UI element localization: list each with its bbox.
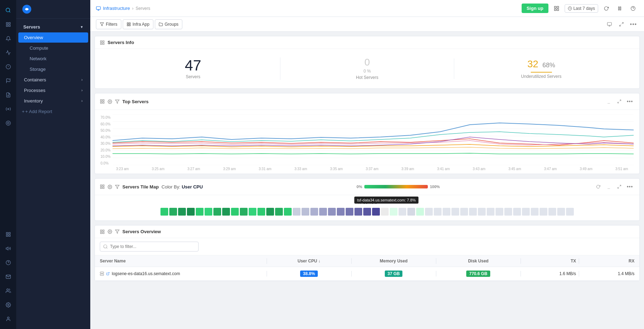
- flag-icon[interactable]: [1, 74, 15, 87]
- server-tile[interactable]: [213, 208, 221, 216]
- server-tile[interactable]: [390, 208, 397, 216]
- time-range-picker[interactable]: Last 7 days: [565, 4, 598, 13]
- server-tile[interactable]: [522, 208, 530, 216]
- server-tile[interactable]: [566, 208, 574, 216]
- external-link-icon[interactable]: [106, 272, 110, 275]
- breadcrumb-link[interactable]: Infrastructure: [103, 6, 130, 11]
- help-icon[interactable]: [1, 256, 15, 269]
- server-tile[interactable]: [328, 208, 336, 216]
- settings-small-icon[interactable]: [108, 99, 112, 104]
- filter-small-icon[interactable]: [115, 229, 120, 234]
- sidebar-item-network[interactable]: Network: [18, 54, 88, 64]
- server-tile[interactable]: [381, 208, 389, 216]
- sidebar-section-servers[interactable]: Servers ▾: [18, 22, 88, 32]
- more-panel-icon[interactable]: •••: [625, 97, 634, 106]
- monitor-icon[interactable]: [1, 116, 15, 130]
- server-tile[interactable]: [187, 208, 195, 216]
- server-tile[interactable]: [337, 208, 345, 216]
- expand-panel-icon[interactable]: [615, 97, 624, 106]
- pause-icon[interactable]: [614, 3, 625, 14]
- server-tile[interactable]: [399, 208, 406, 216]
- server-tile[interactable]: [231, 208, 239, 216]
- sidebar-item-containers[interactable]: Containers ›: [18, 75, 88, 85]
- server-tile[interactable]: [496, 208, 503, 216]
- sidebar-item-overview[interactable]: Overview: [18, 32, 88, 43]
- server-tile[interactable]: [407, 208, 415, 216]
- server-tile[interactable]: [205, 208, 212, 216]
- infra-app-button[interactable]: Infra App: [123, 19, 153, 29]
- refresh-icon[interactable]: [594, 182, 603, 191]
- server-tile[interactable]: [354, 208, 362, 216]
- groups-button[interactable]: Groups: [155, 19, 182, 29]
- filter-small-icon[interactable]: [115, 185, 120, 189]
- server-tile[interactable]: [548, 208, 556, 216]
- panel-icon[interactable]: [604, 19, 614, 29]
- dashboard-icon[interactable]: [1, 18, 15, 31]
- server-tile[interactable]: [460, 208, 468, 216]
- help-icon[interactable]: [628, 3, 638, 14]
- server-tile[interactable]: [346, 208, 353, 216]
- apps-grid-icon[interactable]: [551, 3, 562, 14]
- more-options-icon[interactable]: •••: [628, 19, 638, 29]
- mail-icon[interactable]: [1, 270, 15, 283]
- server-tile[interactable]: [284, 208, 292, 216]
- server-tile[interactable]: [504, 208, 512, 216]
- server-tile[interactable]: [178, 208, 186, 216]
- server-tile[interactable]: [169, 208, 177, 216]
- announce-icon[interactable]: [1, 242, 15, 255]
- server-tile[interactable]: [160, 208, 168, 216]
- settings-icon[interactable]: [1, 298, 15, 311]
- server-tile[interactable]: [443, 208, 450, 216]
- team-icon[interactable]: [1, 284, 15, 297]
- server-tile[interactable]: [275, 208, 283, 216]
- server-tile[interactable]: [240, 208, 248, 216]
- server-tile[interactable]: [302, 208, 309, 216]
- refresh-icon[interactable]: [601, 3, 612, 14]
- more-icon[interactable]: •••: [625, 182, 634, 191]
- alerts-icon[interactable]: [1, 32, 15, 45]
- expand-icon[interactable]: [616, 19, 626, 29]
- user-icon[interactable]: [1, 312, 15, 325]
- server-tile[interactable]: [478, 208, 486, 216]
- minimize-icon[interactable]: _: [604, 97, 613, 106]
- server-tile[interactable]: [319, 208, 327, 216]
- server-tile[interactable]: [372, 208, 380, 216]
- sidebar-item-inventory[interactable]: Inventory ›: [18, 96, 88, 106]
- server-tile[interactable]: [249, 208, 256, 216]
- settings-small-icon[interactable]: [108, 185, 112, 189]
- reports-icon[interactable]: [1, 88, 15, 101]
- server-tile[interactable]: [557, 208, 565, 216]
- minimize-icon[interactable]: _: [604, 182, 613, 191]
- search-icon[interactable]: [1, 4, 15, 17]
- filter-input[interactable]: [100, 242, 199, 252]
- signup-button[interactable]: Sign up: [522, 4, 548, 13]
- server-tile[interactable]: [293, 208, 300, 216]
- sidebar-item-compute[interactable]: Compute: [18, 43, 88, 53]
- plugins-icon[interactable]: [1, 228, 15, 241]
- settings-small-icon[interactable]: [108, 229, 112, 234]
- server-tile[interactable]: [222, 208, 230, 216]
- server-tile[interactable]: [310, 208, 318, 216]
- server-tile[interactable]: [416, 208, 424, 216]
- filter-small-icon[interactable]: [115, 99, 120, 104]
- server-tile[interactable]: [469, 208, 477, 216]
- sidebar-item-storage[interactable]: Storage: [18, 64, 88, 74]
- info-icon[interactable]: [1, 60, 15, 73]
- server-tile[interactable]: [540, 208, 547, 216]
- server-tile[interactable]: [451, 208, 459, 216]
- server-tile[interactable]: [363, 208, 371, 216]
- filters-button[interactable]: Filters: [96, 19, 121, 29]
- sidebar-item-processes[interactable]: Processes ›: [18, 85, 88, 95]
- server-tile[interactable]: [425, 208, 433, 216]
- server-tile[interactable]: [531, 208, 539, 216]
- server-tile[interactable]: [266, 208, 274, 216]
- add-report-button[interactable]: + + Add Report: [16, 106, 90, 117]
- expand-icon[interactable]: [615, 182, 624, 191]
- server-tile[interactable]: [434, 208, 442, 216]
- integrations-icon[interactable]: [1, 102, 15, 116]
- apps-icon[interactable]: [1, 46, 15, 59]
- server-tile[interactable]: [257, 208, 265, 216]
- server-tile[interactable]: [487, 208, 494, 216]
- server-tile[interactable]: [196, 208, 203, 216]
- server-tile[interactable]: [513, 208, 521, 216]
